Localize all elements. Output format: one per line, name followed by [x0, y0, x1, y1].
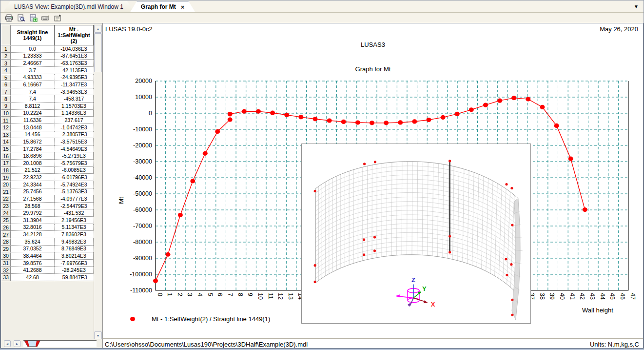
x-value-cell[interactable]: 0.0 [11, 45, 55, 53]
x-value-cell[interactable]: 39.8576 [11, 260, 55, 267]
row-number-cell[interactable]: 3 [1, 60, 11, 67]
scroll-up-icon[interactable]: ▲ [94, 25, 102, 33]
row-number-cell[interactable]: 24 [1, 209, 11, 217]
row-number-cell[interactable]: 8 [1, 95, 11, 103]
row-number-cell[interactable]: 14 [1, 138, 11, 145]
mt-value-cell[interactable]: 1.14336E3 [55, 110, 94, 117]
x-value-cell[interactable]: 41.2688 [11, 267, 55, 274]
mt-value-cell[interactable]: -3.57515E3 [55, 138, 94, 145]
mt-value-cell[interactable]: -458.317 [55, 95, 94, 103]
mt-value-cell[interactable]: -59.8847E3 [55, 274, 94, 281]
x-value-cell[interactable]: 25.7456 [11, 188, 55, 196]
row-number-cell[interactable]: 4 [1, 67, 11, 74]
row-number-cell[interactable]: 5 [1, 74, 11, 82]
sheet-tab[interactable] [23, 340, 97, 348]
x-value-cell[interactable]: 3.7 [11, 67, 55, 74]
x-value-cell[interactable]: 42.68 [11, 274, 55, 281]
mt-value-cell[interactable]: -104.036E3 [55, 45, 94, 53]
row-number-cell[interactable]: 15 [1, 145, 11, 153]
x-value-cell[interactable]: 29.9792 [11, 209, 55, 217]
mt-value-cell[interactable]: -11.3477E3 [55, 81, 94, 88]
row-number-cell[interactable]: 30 [1, 252, 11, 260]
tab-close-icon[interactable]: × [181, 3, 185, 11]
mt-value-cell[interactable]: -6.0085E3 [55, 167, 94, 174]
row-number-cell[interactable]: 17 [1, 160, 11, 167]
mt-value-cell[interactable]: -87.6451E3 [55, 53, 94, 60]
row-number-cell[interactable]: 19 [1, 174, 11, 181]
tab-lusas-view[interactable]: LUSAS View: Example(3D).mdl Window 1 [3, 1, 134, 12]
row-number-cell[interactable]: 31 [1, 260, 11, 267]
mt-value-cell[interactable]: -5.75679E3 [55, 160, 94, 167]
x-value-cell[interactable]: 22.9232 [11, 174, 55, 181]
mt-value-cell[interactable]: 3.80214E3 [55, 252, 94, 260]
mt-value-cell[interactable]: 2.19456E3 [55, 217, 94, 224]
row-number-cell[interactable]: 26 [1, 224, 11, 231]
row-number-cell[interactable]: 23 [1, 203, 11, 210]
x-value-cell[interactable]: 20.1008 [11, 160, 55, 167]
mt-value-cell[interactable]: -4.09777E3 [55, 195, 94, 203]
row-number-cell[interactable]: 18 [1, 167, 11, 174]
scroll-left-icon[interactable]: ◄ [4, 340, 11, 347]
properties-icon[interactable] [53, 14, 62, 22]
mt-value-cell[interactable]: -2.54479E3 [55, 203, 94, 210]
row-number-cell[interactable]: 33 [1, 274, 11, 281]
row-number-cell[interactable]: 32 [1, 267, 11, 274]
row-number-cell[interactable]: 2 [1, 53, 11, 60]
mt-value-cell[interactable]: 9.49832E3 [55, 238, 94, 246]
mt-value-cell[interactable]: 7.83602E3 [55, 231, 94, 238]
x-value-cell[interactable]: 6.16667 [11, 81, 55, 88]
mt-value-cell[interactable]: -1.04742E3 [55, 124, 94, 131]
row-number-cell[interactable]: 27 [1, 231, 11, 238]
scroll-down-icon[interactable]: ▼ [94, 331, 102, 339]
x-value-cell[interactable]: 24.3344 [11, 181, 55, 188]
x-value-cell[interactable]: 11.6336 [11, 117, 55, 124]
x-value-cell[interactable]: 10.2224 [11, 110, 55, 117]
row-number-cell[interactable]: 13 [1, 131, 11, 139]
row-number-cell[interactable]: 12 [1, 124, 11, 131]
row-number-cell[interactable]: 16 [1, 152, 11, 160]
x-value-cell[interactable]: 18.6896 [11, 152, 55, 160]
row-number-cell[interactable]: 6 [1, 81, 11, 88]
mt-value-cell[interactable]: 8.76849E3 [55, 246, 94, 253]
mt-value-cell[interactable]: -63.1763E3 [55, 60, 94, 67]
x-value-cell[interactable]: 7.4 [11, 95, 55, 103]
scrollbar-thumb[interactable] [94, 33, 102, 72]
mt-value-cell[interactable]: 1.15703E3 [55, 103, 94, 110]
x-value-cell[interactable]: 4.93333 [11, 74, 55, 82]
row-number-cell[interactable]: 20 [1, 181, 11, 188]
row-number-cell[interactable]: 21 [1, 188, 11, 196]
row-number-cell[interactable]: 22 [1, 195, 11, 203]
x-value-cell[interactable]: 27.1568 [11, 195, 55, 203]
mt-value-cell[interactable]: -28.245E3 [55, 267, 94, 274]
x-value-cell[interactable]: 15.8672 [11, 138, 55, 145]
mt-value-cell[interactable]: -42.1135E3 [55, 67, 94, 74]
x-value-cell[interactable]: 17.2784 [11, 145, 55, 153]
x-value-cell[interactable]: 7.4 [11, 88, 55, 96]
scroll-right-icon[interactable]: ► [14, 340, 20, 347]
row-number-cell[interactable]: 1 [1, 45, 11, 53]
x-value-cell[interactable]: 32.8016 [11, 224, 55, 231]
row-number-cell[interactable]: 28 [1, 238, 11, 246]
mt-value-cell[interactable]: -5.2719E3 [55, 152, 94, 160]
x-value-cell[interactable]: 34.2128 [11, 231, 55, 238]
x-value-cell[interactable]: 14.456 [11, 131, 55, 139]
mt-value-cell[interactable]: -2.38057E3 [55, 131, 94, 139]
x-value-cell[interactable]: 8.8112 [11, 103, 55, 110]
x-value-cell[interactable]: 38.4464 [11, 252, 55, 260]
print-preview-icon[interactable] [17, 14, 25, 22]
row-number-cell[interactable]: 11 [1, 117, 11, 124]
x-value-cell[interactable]: 28.568 [11, 203, 55, 210]
grid-vertical-scrollbar[interactable]: ▲ ▼ [94, 25, 102, 339]
print-icon[interactable] [4, 14, 13, 22]
x-value-cell[interactable]: 37.0352 [11, 246, 55, 253]
row-number-cell[interactable]: 9 [1, 103, 11, 110]
x-value-cell[interactable]: 2.46667 [11, 60, 55, 67]
x-value-cell[interactable]: 31.3904 [11, 217, 55, 224]
mt-value-cell[interactable]: 237.617 [55, 117, 94, 124]
mt-value-cell[interactable]: -431.532 [55, 209, 94, 217]
x-value-cell[interactable]: 1.23333 [11, 53, 55, 60]
mt-value-cell[interactable]: -5.74924E3 [55, 181, 94, 188]
x-value-cell[interactable]: 21.512 [11, 167, 55, 174]
tab-graph-for-mt[interactable]: Graph for Mt × [130, 1, 195, 12]
x-value-cell[interactable]: 35.624 [11, 238, 55, 246]
